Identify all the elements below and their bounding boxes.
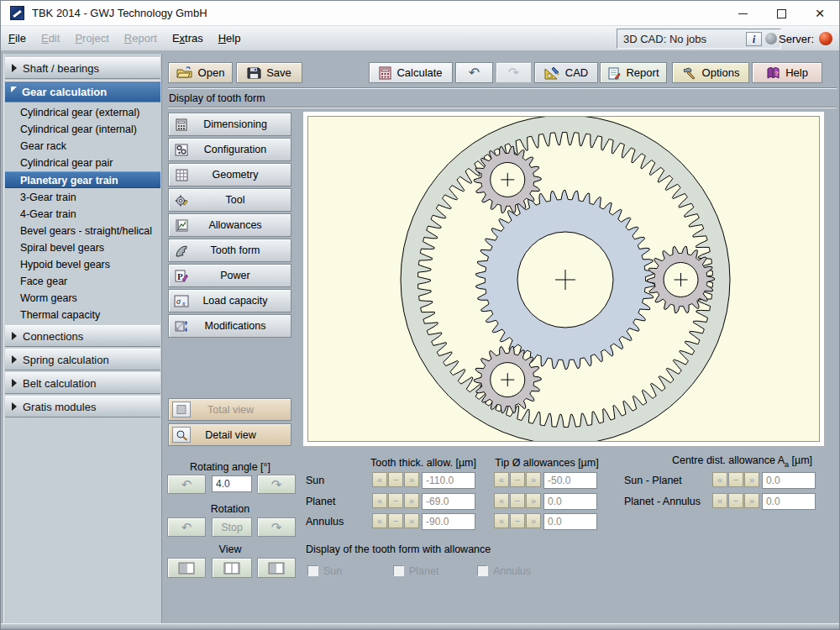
sidebar-item-hypoid-bevel-gears[interactable]: Hypoid bevel gears [5,256,160,273]
annulus-tip-input[interactable] [543,513,597,530]
decrease-button[interactable]: « [712,493,727,508]
sidebar-item-bevel-gears[interactable]: Bevel gears - straight/helical [5,223,160,239]
help-button[interactable]: ? Help [752,62,822,83]
rotating-angle-input[interactable] [212,475,252,492]
sidebar-item-3-gear-train[interactable]: 3-Gear train [5,189,160,206]
help-book-icon: ? [766,66,780,80]
increase-button[interactable]: » [526,513,541,528]
open-button[interactable]: Open [168,62,233,83]
undo-button[interactable]: ↶ [455,62,493,83]
panel-split-icon [223,562,240,575]
planet-tip-input[interactable] [543,493,597,510]
increase-button[interactable]: » [404,513,419,528]
decrease-button[interactable]: « [372,472,387,487]
redo-icon: ↷ [508,65,519,81]
decrease-button[interactable]: « [372,493,387,508]
dimensioning-button[interactable]: Dimensioning [168,113,291,136]
sidebar-section-gear-calculation[interactable]: Gear calculation [5,81,160,102]
reset-button[interactable]: − [510,513,525,528]
rotate-ccw-icon: ↶ [181,477,192,492]
report-button[interactable]: Report [600,62,667,83]
view-right-button[interactable] [257,558,296,578]
cad-status-text: 3D CAD: No jobs [623,33,746,45]
sidebar-item-4-gear-train[interactable]: 4-Gear train [5,206,160,223]
load-capacity-button[interactable]: σx Load capacity [168,289,291,312]
sidebar-section-gratis-modules[interactable]: Gratis modules [5,396,160,417]
increase-button[interactable]: » [744,472,759,487]
reset-button[interactable]: − [510,472,525,487]
geometry-button[interactable]: Geometry [168,163,291,186]
sun-planet-dist-input[interactable] [762,472,816,489]
rotation-ccw-button[interactable]: ↶ [167,517,206,537]
configuration-button[interactable]: Configuration [168,138,291,161]
tool-button[interactable]: Tool [168,188,291,212]
gear-diagram[interactable] [307,116,820,442]
options-button[interactable]: Options [672,62,749,83]
menu-bar: File Edit Project Report Extras Help 3D … [1,26,839,51]
sun-thick-input[interactable] [422,472,475,489]
decrease-button[interactable]: « [494,472,509,487]
planet-thick-input[interactable] [422,493,475,510]
annulus-thick-input[interactable] [422,513,475,530]
tooth-form-button[interactable]: Tooth form [168,239,291,262]
decrease-button[interactable]: « [372,513,387,528]
view-split-button[interactable] [212,558,252,578]
sidebar-item-spiral-bevel-gears[interactable]: Spiral bevel gears [5,239,160,256]
sidebar-section-spring-calculation[interactable]: Spring calculation [5,349,160,370]
menu-file[interactable]: File [1,32,34,45]
rotate-step-ccw-button[interactable]: ↶ [167,475,206,494]
maximize-button[interactable] [762,1,801,26]
sun-checkbox-label: Sun [323,565,342,577]
sidebar-item-thermal-capacity[interactable]: Thermal capacity [5,307,160,323]
sun-tip-input[interactable] [543,472,597,489]
cad-status-led [765,33,777,45]
decrease-button[interactable]: « [712,472,727,487]
rotate-step-cw-button[interactable]: ↷ [257,475,296,494]
close-button[interactable]: × [801,1,839,26]
sidebar-section-shaft-bearings[interactable]: Shaft / bearings [5,57,160,79]
planet-annulus-dist-input[interactable] [762,493,816,510]
rotation-cw-button[interactable]: ↷ [257,517,296,537]
info-button[interactable]: i [746,32,762,46]
sidebar-item-worm-gears[interactable]: Worm gears [5,290,160,307]
sidebar-item-cylindrical-gear-internal[interactable]: Cylindrical gear (internal) [5,121,160,138]
minimize-button[interactable] [723,1,762,26]
annulus-tip-spinner: «−» [494,513,541,528]
increase-button[interactable]: » [404,493,419,508]
menu-help[interactable]: Help [211,32,249,45]
sidebar-item-planetary-gear-train[interactable]: Planetary gear train [5,171,160,188]
cad-button[interactable]: CAD [534,62,598,83]
annulus-row-label: Annulus [306,516,344,528]
increase-button[interactable]: » [744,493,759,508]
increase-button[interactable]: » [526,472,541,487]
decrease-button[interactable]: « [494,513,509,528]
reset-button[interactable]: − [388,493,403,508]
sun-thick-spinner: «−» [372,472,419,487]
collapsed-arrow-icon [12,332,17,340]
calculate-button[interactable]: Calculate [369,62,453,83]
increase-button[interactable]: » [526,493,541,508]
sidebar-item-cylindrical-gear-pair[interactable]: Cylindrical gear pair [5,155,160,171]
reset-button[interactable]: − [388,513,403,528]
decrease-button[interactable]: « [494,493,509,508]
increase-button[interactable]: » [404,472,419,487]
sigma-icon: σx [173,293,190,308]
reset-button[interactable]: − [510,493,525,508]
menu-extras[interactable]: Extras [165,32,211,45]
planet-annulus-row-label: Planet - Annulus [624,496,701,507]
sidebar-section-connections[interactable]: Connections [5,325,160,347]
modifications-button[interactable]: Modifications [168,314,291,338]
allowances-button[interactable]: Allowances [168,213,291,237]
power-button[interactable]: P Power [168,264,291,287]
sidebar-item-cylindrical-gear-external[interactable]: Cylindrical gear (external) [5,104,160,121]
detail-view-button[interactable]: Detail view [168,423,291,446]
view-left-button[interactable] [167,558,206,578]
reset-button[interactable]: − [728,493,743,508]
reset-button[interactable]: − [728,472,743,487]
gears-icon [173,142,190,157]
save-button[interactable]: Save [236,62,302,83]
reset-button[interactable]: − [388,472,403,487]
sidebar-item-gear-rack[interactable]: Gear rack [5,138,160,155]
sidebar-item-face-gear[interactable]: Face gear [5,273,160,290]
sidebar-section-belt-calculation[interactable]: Belt calculation [5,372,160,394]
